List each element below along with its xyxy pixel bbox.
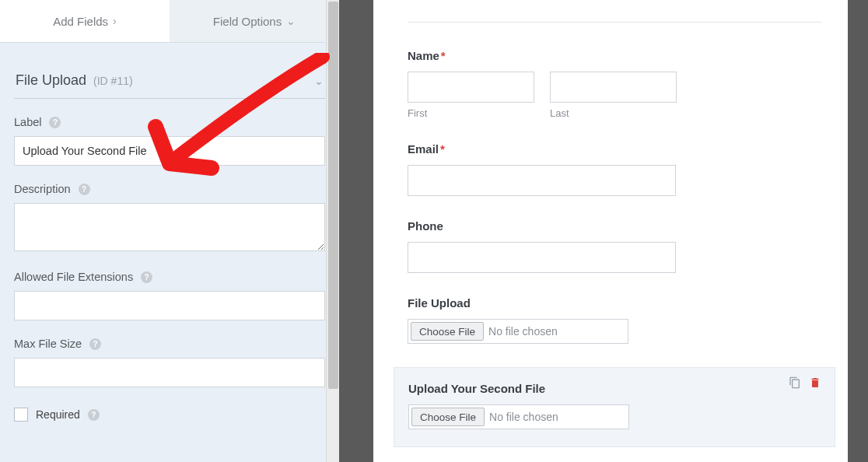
allowed-extensions-input[interactable] xyxy=(14,291,325,320)
field-group-max-size: Max File Size ? xyxy=(14,338,325,387)
sublabel-first: First xyxy=(408,107,534,119)
field-second-upload-selected[interactable]: Upload Your Second File Choose File No f… xyxy=(394,367,835,447)
field-label-row: Label ? xyxy=(14,116,325,128)
sublabel-last: Last xyxy=(550,107,677,119)
max-size-input[interactable] xyxy=(14,358,325,387)
field-label: Phone xyxy=(408,219,821,233)
field-label: Upload Your Second File xyxy=(408,382,821,395)
scrollbar[interactable] xyxy=(326,0,339,462)
duplicate-icon[interactable] xyxy=(788,376,802,390)
panel-body: File Upload (ID #11) ⌄ Label ? Descripti… xyxy=(0,43,339,462)
label-input[interactable] xyxy=(14,136,325,166)
section-title: File Upload (ID #11) xyxy=(16,72,133,89)
name-row: First Last xyxy=(408,72,821,119)
first-name-input[interactable] xyxy=(408,72,534,103)
phone-input[interactable] xyxy=(408,242,676,273)
field-label-text: Label xyxy=(14,116,41,128)
field-label: File Upload xyxy=(408,296,821,310)
help-icon[interactable]: ? xyxy=(89,338,101,350)
help-icon[interactable]: ? xyxy=(88,409,100,421)
section-header[interactable]: File Upload (ID #11) ⌄ xyxy=(14,55,325,99)
field-label-row: Max File Size ? xyxy=(14,338,325,350)
file-status: No file chosen xyxy=(489,411,558,423)
label-text: Name xyxy=(408,49,439,62)
email-input[interactable] xyxy=(408,165,676,196)
field-group-allowed-extensions: Allowed File Extensions ? xyxy=(14,271,325,320)
field-name[interactable]: Name* First Last xyxy=(408,49,821,119)
field-group-label: Label ? xyxy=(14,116,325,166)
field-phone[interactable]: Phone xyxy=(408,219,821,273)
last-name-input[interactable] xyxy=(550,72,677,103)
required-star-icon: * xyxy=(440,142,445,156)
label-text: Email xyxy=(408,142,439,156)
chevron-down-icon[interactable]: ⌄ xyxy=(314,75,324,87)
field-label: Email* xyxy=(408,142,821,156)
required-row: Required ? xyxy=(14,408,325,422)
required-star-icon: * xyxy=(441,49,446,62)
file-input-row: Choose File No file chosen xyxy=(408,319,628,344)
tab-add-fields[interactable]: Add Fields › xyxy=(0,0,170,42)
field-group-description: Description ? xyxy=(14,183,325,254)
help-icon[interactable]: ? xyxy=(79,184,90,195)
row-actions xyxy=(788,376,822,390)
scrollbar-thumb[interactable] xyxy=(328,2,338,389)
tab-field-options[interactable]: Field Options ⌄ xyxy=(170,0,339,42)
field-label-text: Allowed File Extensions xyxy=(14,271,133,283)
name-last-col: Last xyxy=(550,72,677,119)
choose-file-button[interactable]: Choose File xyxy=(411,322,484,341)
right-edge xyxy=(848,0,868,462)
required-label: Required xyxy=(36,408,80,421)
description-input[interactable] xyxy=(14,203,325,251)
required-checkbox[interactable] xyxy=(14,408,28,422)
file-status: No file chosen xyxy=(488,325,558,338)
left-panel: Add Fields › Field Options ⌄ File Upload… xyxy=(0,0,339,462)
help-icon[interactable]: ? xyxy=(141,271,152,283)
divider xyxy=(408,22,821,23)
chevron-right-icon: › xyxy=(113,15,117,27)
field-label: Name* xyxy=(408,49,821,62)
section-id: (ID #11) xyxy=(93,75,133,87)
trash-icon[interactable] xyxy=(808,376,822,390)
field-label-text: Max File Size xyxy=(14,338,82,350)
file-input-row: Choose File No file chosen xyxy=(408,404,629,429)
chevron-down-icon: ⌄ xyxy=(286,15,296,27)
field-file-upload[interactable]: File Upload Choose File No file chosen xyxy=(408,296,821,344)
choose-file-button[interactable]: Choose File xyxy=(411,408,485,426)
panel-gap xyxy=(339,0,373,462)
field-label-row: Description ? xyxy=(14,183,325,195)
form-preview: Name* First Last Email* Phone File Uploa… xyxy=(373,0,868,462)
help-icon[interactable]: ? xyxy=(49,117,61,128)
name-first-col: First xyxy=(408,72,534,119)
field-label-row: Allowed File Extensions ? xyxy=(14,271,325,283)
tabs: Add Fields › Field Options ⌄ xyxy=(0,0,339,43)
tab-label: Field Options xyxy=(213,15,282,28)
field-label-text: Description xyxy=(14,183,71,195)
field-email[interactable]: Email* xyxy=(408,142,821,196)
tab-label: Add Fields xyxy=(53,15,108,28)
section-title-text: File Upload xyxy=(16,72,86,88)
